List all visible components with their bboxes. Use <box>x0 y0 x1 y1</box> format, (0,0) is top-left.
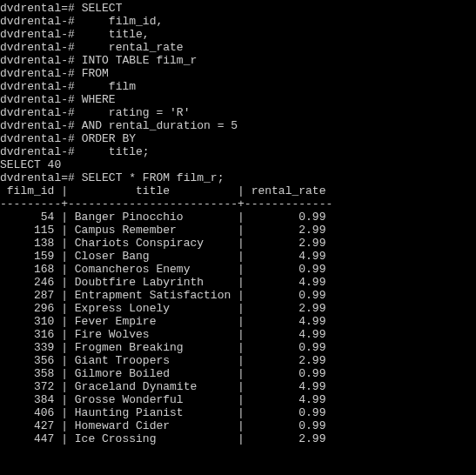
q1-line-3: dvdrental-# rental_rate <box>0 41 184 54</box>
psql-cont-prompt: dvdrental-# <box>0 93 82 106</box>
q1-line-6: dvdrental-# film <box>0 80 136 93</box>
q1-line-11: dvdrental-# title; <box>0 145 150 158</box>
q1-line-10: dvdrental-# ORDER BY <box>0 132 136 145</box>
psql-cont-prompt: dvdrental-# <box>0 119 82 132</box>
q1-line-0: dvdrental=# SELECT <box>0 2 122 15</box>
table-rows: 54 | Banger Pinocchio | 0.99 115 | Campu… <box>0 211 476 445</box>
q1-line-5: dvdrental-# FROM <box>0 67 109 80</box>
psql-cont-prompt: dvdrental-# <box>0 106 82 119</box>
psql-cont-prompt: dvdrental-# <box>0 54 82 67</box>
q2-line: dvdrental=# SELECT * FROM film_r; <box>0 171 224 184</box>
q1-line-4: dvdrental-# INTO TABLE film_r <box>0 54 197 67</box>
terminal-output[interactable]: dvdrental=# SELECT dvdrental-# film_id, … <box>0 0 476 445</box>
psql-cont-prompt: dvdrental-# <box>0 67 82 80</box>
psql-cont-prompt: dvdrental-# <box>0 28 82 41</box>
psql-cont-prompt: dvdrental-# <box>0 145 82 158</box>
psql-cont-prompt: dvdrental-# <box>0 15 82 28</box>
q1-line-8: dvdrental-# rating = 'R' <box>0 106 190 119</box>
table-separator: ---------+-------------------------+----… <box>0 197 332 211</box>
psql-prompt: dvdrental=# <box>0 2 82 15</box>
psql-cont-prompt: dvdrental-# <box>0 41 82 54</box>
q1-line-7: dvdrental-# WHERE <box>0 93 116 106</box>
q1-line-1: dvdrental-# film_id, <box>0 15 163 28</box>
q1-line-9: dvdrental-# AND rental_duration = 5 <box>0 119 238 132</box>
result-1: SELECT 40 <box>0 158 61 171</box>
q1-line-2: dvdrental-# title, <box>0 28 150 41</box>
psql-cont-prompt: dvdrental-# <box>0 80 82 93</box>
psql-cont-prompt: dvdrental-# <box>0 132 82 145</box>
psql-prompt: dvdrental=# <box>0 171 82 184</box>
table-header: film_id | title | rental_rate <box>0 184 325 197</box>
